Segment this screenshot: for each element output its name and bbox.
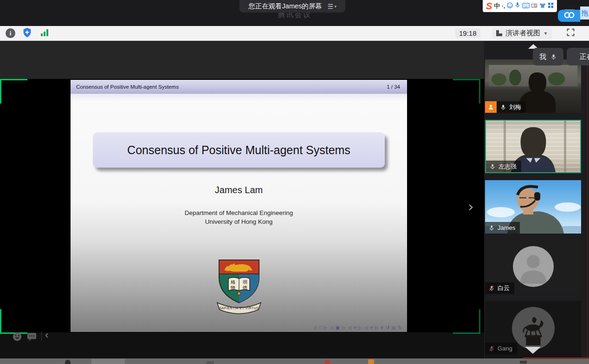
slide-title: Consensus of Positive Multi-agent System… bbox=[127, 143, 350, 157]
watching-screen-text: 您正在观看James的屏幕 bbox=[248, 2, 322, 11]
collapse-bar-chevron[interactable]: ‹ bbox=[45, 329, 48, 341]
share-border-corner bbox=[453, 79, 480, 104]
participant-tile-baiyun[interactable]: 白云 bbox=[485, 240, 581, 294]
top-bar: 腾讯会议 您正在观看James的屏幕 ☰ ▾ S 中 ·, 拖 bbox=[0, 0, 589, 26]
layout-icon bbox=[496, 30, 502, 36]
scroll-down-arrow[interactable] bbox=[525, 347, 541, 354]
affiliation-line1: Department of Mechanical Engineering bbox=[71, 208, 407, 217]
emoji-reaction-button[interactable] bbox=[12, 332, 22, 344]
participant-name: 刘梅 bbox=[509, 103, 521, 111]
participant-name: 白云 bbox=[498, 284, 510, 292]
share-border-corner bbox=[453, 309, 480, 334]
meeting-dock-tab[interactable]: 拖 bbox=[580, 6, 589, 20]
ime-grid-icon[interactable] bbox=[548, 2, 554, 10]
presentation-slide: Consensus of Positive Multi-agent System… bbox=[71, 80, 407, 332]
slide-page-indicator: 1 / 34 bbox=[387, 84, 400, 90]
mic-active-icon bbox=[489, 163, 496, 170]
share-border-corner bbox=[0, 309, 27, 334]
tencent-meeting-window: 腾讯会议 您正在观看James的屏幕 ☰ ▾ S 中 ·, 拖 i bbox=[0, 0, 589, 364]
meeting-timer: 19:18 bbox=[455, 28, 480, 38]
participant-name-label: 白云 bbox=[485, 282, 514, 294]
menu-lines-icon: ☰ bbox=[328, 3, 334, 10]
ime-chinese-mode-button[interactable]: 中 bbox=[494, 2, 500, 10]
mic-icon bbox=[500, 104, 506, 110]
ime-voice-icon[interactable] bbox=[515, 2, 520, 10]
slide-header: Consensus of Positive Multi-agent System… bbox=[71, 80, 407, 94]
mic-muted-icon bbox=[488, 285, 495, 292]
taskbar-icon-hint bbox=[325, 360, 330, 364]
ime-emoji-icon[interactable] bbox=[507, 2, 513, 10]
mic-active-icon bbox=[488, 225, 495, 231]
chevron-down-icon: ▾ bbox=[334, 4, 337, 9]
logo-char: 明 bbox=[243, 280, 247, 285]
avatar bbox=[513, 246, 554, 287]
taskbar-icon-hint bbox=[207, 361, 214, 364]
taskbar-active-button bbox=[91, 359, 125, 364]
mic-icon bbox=[550, 53, 557, 60]
participant-name: 左志强 bbox=[498, 162, 517, 171]
taskbar-icon-hint bbox=[65, 360, 71, 364]
view-mode-selector[interactable]: 演讲者视图 ▼ bbox=[492, 27, 552, 39]
banner-menu-button[interactable]: ☰ ▾ bbox=[328, 3, 337, 10]
speaking-status-pill: 正在讲 bbox=[567, 48, 589, 65]
participant-name-label: James bbox=[485, 222, 520, 234]
slide-affiliation: Department of Mechanical Engineering Uni… bbox=[71, 208, 407, 226]
slide-header-title: Consensus of Positive Multi-agent System… bbox=[76, 84, 179, 90]
meeting-dock-button[interactable] bbox=[558, 10, 580, 22]
view-mode-label: 演讲者视图 bbox=[505, 29, 540, 38]
ime-toolbar[interactable]: S 中 ·, bbox=[483, 0, 557, 12]
dock-tab-label: 拖 bbox=[581, 9, 588, 18]
taskbar-icon-hint bbox=[368, 359, 374, 364]
participant-tile-zuozhiqiang[interactable]: 左志强 bbox=[485, 120, 581, 173]
participant-tile-james[interactable]: James bbox=[485, 180, 581, 234]
participant-name-label: 刘梅 bbox=[497, 101, 526, 113]
participants-sidebar: 我 正在讲 刘梅 bbox=[484, 41, 589, 358]
chat-button[interactable] bbox=[26, 332, 37, 344]
slide-author: James Lam bbox=[71, 185, 407, 195]
divider bbox=[41, 332, 42, 341]
logo-motto: SAPIENTIA·ET·VIRTUS bbox=[219, 306, 259, 310]
beamer-nav-symbols: ◁ □ ▷ ◁ ▣ ▷ ◁ ≡ ▷ ◁ ≡ ▷ ≡ ↺ ◎ ↻ bbox=[313, 325, 402, 330]
scrollbar-edge bbox=[587, 60, 588, 358]
windows-taskbar-edge bbox=[0, 358, 589, 364]
ime-skin-icon[interactable] bbox=[539, 2, 546, 10]
meeting-logo-icon bbox=[563, 11, 576, 21]
logo-char: 物 bbox=[231, 285, 235, 290]
fullscreen-button[interactable] bbox=[566, 27, 576, 39]
slide-body: Consensus of Positive Multi-agent System… bbox=[71, 94, 407, 332]
participant-name: James bbox=[498, 224, 515, 231]
participant-name-label: 左志强 bbox=[486, 161, 521, 172]
person-avatar-icon bbox=[513, 246, 554, 287]
participant-tile-liumei[interactable]: 刘梅 bbox=[485, 59, 581, 113]
network-signal-icon[interactable] bbox=[41, 29, 48, 36]
meeting-info-button[interactable]: i bbox=[6, 28, 15, 38]
hku-crest-logo: 格 物 明 德 SAPIENTIA·ET·VIRTUS bbox=[214, 257, 264, 318]
taskbar-icon-hint bbox=[520, 361, 527, 364]
speaking-label: 正在讲 bbox=[580, 52, 589, 61]
logo-char: 德 bbox=[242, 285, 247, 290]
logo-char: 格 bbox=[230, 280, 235, 285]
ime-toolbox-icon[interactable] bbox=[531, 2, 537, 10]
watching-screen-banner: 您正在观看James的屏幕 ☰ ▾ bbox=[239, 0, 345, 13]
security-shield-button[interactable] bbox=[22, 27, 32, 40]
me-label: 我 bbox=[539, 52, 546, 61]
affiliation-line2: University of Hong Kong bbox=[71, 217, 407, 226]
ime-punctuation-button[interactable]: ·, bbox=[502, 3, 505, 9]
host-badge-icon bbox=[485, 101, 497, 113]
sogou-logo-icon[interactable]: S bbox=[486, 1, 492, 11]
expand-panel-chevron[interactable]: › bbox=[468, 198, 474, 215]
chevron-down-icon: ▼ bbox=[544, 31, 548, 36]
ime-keyboard-icon[interactable] bbox=[522, 2, 530, 10]
my-mic-pill[interactable]: 我 bbox=[533, 48, 563, 65]
taskbar-highlight-line bbox=[523, 358, 589, 359]
slide-title-box: Consensus of Positive Multi-agent System… bbox=[93, 132, 385, 168]
share-border-corner bbox=[0, 79, 27, 104]
